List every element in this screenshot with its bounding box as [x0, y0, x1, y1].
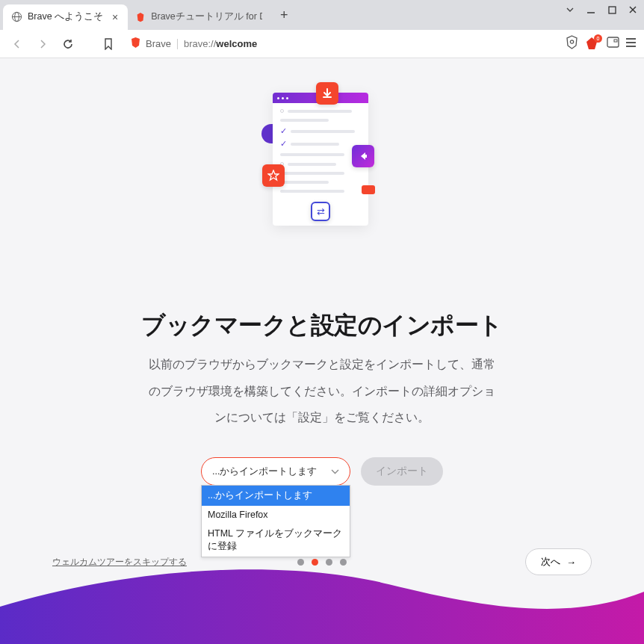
back-button[interactable]: [7, 34, 27, 54]
brave-rewards-icon[interactable]: 0: [584, 36, 601, 52]
arrow-left-icon: [352, 145, 374, 167]
svg-rect-4: [609, 7, 616, 13]
tab-title: Braveチュートリアル for Desktop: [151, 10, 262, 23]
badge-count: 0: [594, 34, 602, 43]
window-controls: [563, 3, 640, 16]
minimize-icon[interactable]: [584, 3, 598, 16]
decorative-wave: [0, 539, 644, 644]
import-source-select[interactable]: ...からインポートします ...からインポートします Mozilla Fire…: [201, 457, 350, 486]
page-heading: ブックマークと設定のインポート: [0, 309, 644, 342]
chevron-down-icon: [331, 467, 339, 476]
titlebar: Brave へようこそ × Braveチュートリアル for Desktop +: [0, 0, 644, 30]
dropdown-option[interactable]: Mozilla Firefox: [202, 506, 350, 524]
reload-button[interactable]: [58, 34, 78, 54]
tab-tutorial[interactable]: Braveチュートリアル for Desktop: [128, 4, 270, 30]
globe-icon: [10, 11, 22, 23]
page-description: 以前のブラウザからブックマークと設定をインポートして、通常のブラウザ環境を構築し…: [146, 351, 498, 431]
close-window-icon[interactable]: [626, 3, 640, 16]
brave-icon: [135, 11, 146, 23]
svg-rect-9: [614, 40, 617, 42]
swap-icon: ⇄: [311, 202, 330, 221]
shield-icon: [130, 37, 141, 51]
import-button: インポート: [361, 457, 443, 486]
reader-icon[interactable]: [607, 37, 619, 51]
maximize-icon[interactable]: [605, 3, 619, 16]
toolbar: Brave brave://welcome 0: [0, 30, 644, 58]
close-icon[interactable]: ×: [110, 12, 120, 22]
page-content: ✓ ✓ ⇄ ブックマークと設定のインポート 以前のブラウザからブックマークと設定…: [0, 58, 644, 644]
tab-welcome[interactable]: Brave へようこそ ×: [3, 4, 128, 30]
svg-rect-13: [364, 155, 367, 158]
svg-point-7: [570, 40, 573, 43]
menu-icon[interactable]: [625, 37, 637, 51]
download-icon: [316, 82, 338, 105]
addr-url: brave://welcome: [184, 38, 257, 49]
tab-title: Brave へようこそ: [28, 10, 103, 23]
select-value: ...からインポートします: [212, 465, 317, 478]
chevron-down-icon[interactable]: [563, 3, 577, 16]
forward-button[interactable]: [33, 34, 52, 54]
addr-label: Brave: [146, 38, 171, 49]
dropdown-option[interactable]: ...からインポートします: [202, 486, 350, 506]
address-bar[interactable]: Brave brave://welcome: [124, 34, 560, 55]
bookmark-button[interactable]: [99, 34, 118, 54]
shield-outline-icon[interactable]: [566, 35, 578, 52]
new-tab-button[interactable]: +: [274, 5, 294, 25]
star-icon: [262, 164, 285, 187]
illustration: ✓ ✓ ⇄: [255, 82, 389, 224]
